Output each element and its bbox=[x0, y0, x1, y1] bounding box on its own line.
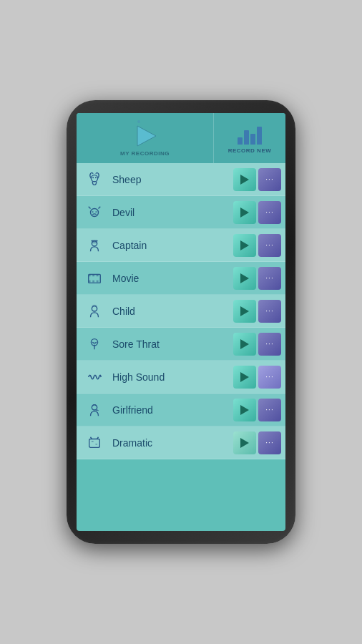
svg-marker-0 bbox=[137, 126, 156, 146]
my-recording-icon bbox=[132, 125, 159, 147]
list-item: Girlfriend ··· bbox=[77, 394, 285, 426]
devil-label: Devil bbox=[112, 207, 233, 218]
sore-thrat-actions: ··· bbox=[233, 333, 285, 356]
record-new-section[interactable]: RECORD NEW bbox=[214, 113, 285, 163]
high-sound-icon bbox=[77, 369, 112, 385]
sheep-label: Sheep bbox=[112, 174, 233, 185]
child-icon bbox=[77, 303, 112, 319]
sheep-actions: ··· bbox=[233, 168, 285, 191]
svg-point-3 bbox=[95, 177, 97, 178]
list-item: Captain ··· bbox=[77, 229, 285, 262]
movie-actions: ··· bbox=[233, 267, 285, 290]
list-item: Child ··· bbox=[77, 295, 285, 328]
captain-label: Captain bbox=[112, 240, 233, 251]
bar-chart-icon bbox=[238, 123, 262, 145]
dramatic-play-button[interactable] bbox=[233, 431, 256, 454]
my-recording-label: MY RECORDING bbox=[120, 150, 170, 157]
phone-device: MY RECORDING RECORD NEW Sheep bbox=[67, 100, 295, 544]
svg-point-16 bbox=[92, 306, 97, 311]
movie-play-button[interactable] bbox=[233, 267, 256, 290]
svg-rect-14 bbox=[92, 280, 94, 282]
svg-point-5 bbox=[92, 211, 94, 213]
svg-point-4 bbox=[91, 208, 99, 216]
list-item: Devil ··· bbox=[77, 196, 285, 229]
svg-rect-11 bbox=[92, 274, 94, 276]
child-actions: ··· bbox=[233, 300, 285, 323]
devil-icon bbox=[77, 205, 112, 220]
child-label: Child bbox=[112, 306, 233, 317]
high-sound-actions: ··· bbox=[233, 366, 285, 389]
child-play-button[interactable] bbox=[233, 300, 256, 323]
svg-rect-8 bbox=[91, 240, 97, 241]
sore-thrat-play-button[interactable] bbox=[233, 333, 256, 356]
svg-rect-13 bbox=[89, 280, 91, 282]
svg-point-2 bbox=[92, 177, 94, 178]
sheep-more-button[interactable]: ··· bbox=[258, 168, 281, 191]
devil-actions: ··· bbox=[233, 201, 285, 224]
movie-more-button[interactable]: ··· bbox=[258, 267, 281, 290]
svg-point-18 bbox=[94, 344, 96, 346]
devil-more-button[interactable]: ··· bbox=[258, 201, 281, 224]
girlfriend-label: Girlfriend bbox=[112, 404, 233, 416]
girlfriend-more-button[interactable]: ··· bbox=[258, 399, 281, 421]
high-sound-play-button[interactable] bbox=[233, 366, 256, 389]
captain-actions: ··· bbox=[233, 234, 285, 257]
girlfriend-icon bbox=[77, 402, 112, 418]
list-item: Sheep ··· bbox=[77, 163, 285, 196]
list-item: Movie ··· bbox=[77, 262, 285, 295]
svg-rect-15 bbox=[97, 280, 99, 282]
captain-play-button[interactable] bbox=[233, 234, 256, 257]
movie-label: Movie bbox=[112, 273, 233, 284]
captain-icon bbox=[77, 238, 112, 253]
list-item: Dramatic ··· bbox=[77, 426, 285, 459]
high-sound-more-button[interactable]: ··· bbox=[258, 366, 281, 389]
sheep-icon bbox=[77, 172, 112, 187]
phone-screen: MY RECORDING RECORD NEW Sheep bbox=[77, 113, 285, 531]
dramatic-label: Dramatic bbox=[112, 437, 233, 449]
dramatic-actions: ··· bbox=[233, 431, 285, 454]
voice-list: Sheep ··· Devil ··· bbox=[77, 163, 285, 531]
sore-thrat-icon bbox=[77, 336, 112, 352]
high-sound-label: High Sound bbox=[112, 371, 233, 383]
list-item: High Sound ··· bbox=[77, 361, 285, 394]
sore-thrat-label: Sore Thrat bbox=[112, 338, 233, 350]
dramatic-more-button[interactable]: ··· bbox=[258, 431, 281, 454]
my-recording-section[interactable]: MY RECORDING bbox=[77, 113, 214, 163]
svg-point-6 bbox=[95, 211, 97, 213]
dramatic-icon bbox=[77, 435, 112, 451]
captain-more-button[interactable]: ··· bbox=[258, 234, 281, 257]
svg-point-1 bbox=[91, 175, 97, 181]
sheep-play-button[interactable] bbox=[233, 168, 256, 191]
movie-icon bbox=[77, 270, 112, 286]
devil-play-button[interactable] bbox=[233, 201, 256, 224]
child-more-button[interactable]: ··· bbox=[258, 300, 281, 323]
sore-thrat-more-button[interactable]: ··· bbox=[258, 333, 281, 356]
girlfriend-play-button[interactable] bbox=[233, 399, 256, 421]
record-new-label: RECORD NEW bbox=[228, 147, 272, 154]
svg-rect-10 bbox=[89, 274, 91, 276]
svg-rect-12 bbox=[97, 274, 99, 276]
girlfriend-actions: ··· bbox=[233, 399, 285, 421]
list-item: Sore Thrat ··· bbox=[77, 328, 285, 361]
app-header: MY RECORDING RECORD NEW bbox=[77, 113, 285, 163]
svg-rect-20 bbox=[89, 439, 100, 447]
